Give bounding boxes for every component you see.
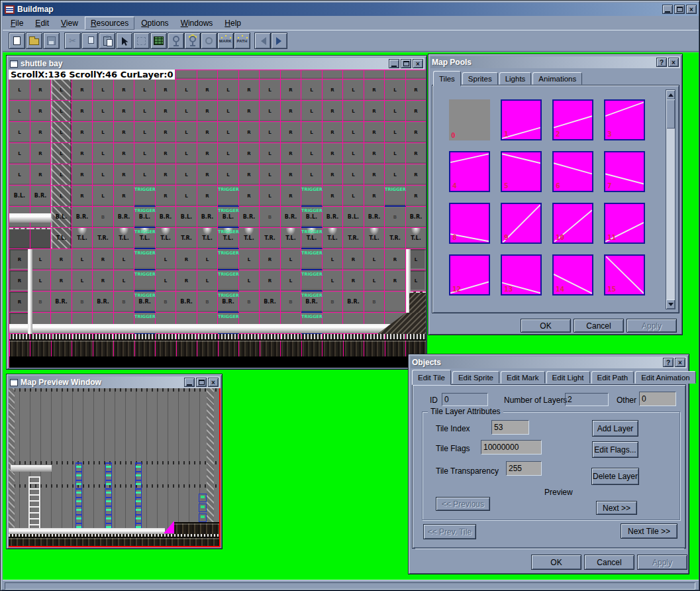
- map-cell[interactable]: R: [30, 164, 51, 186]
- tile-swatch-4[interactable]: 4: [449, 151, 490, 192]
- map-cell[interactable]: B.R.: [343, 292, 364, 313]
- tile-swatch-11[interactable]: 11: [604, 203, 645, 244]
- map-cell[interactable]: L: [281, 249, 301, 270]
- map-cell[interactable]: R: [114, 122, 134, 143]
- map-cell[interactable]: R: [156, 101, 176, 122]
- map-cell[interactable]: B.R.: [406, 207, 426, 228]
- map-cell[interactable]: [218, 70, 239, 80]
- map-cell[interactable]: L: [51, 143, 72, 164]
- map-cell[interactable]: L: [93, 122, 114, 143]
- menu-help[interactable]: Help: [219, 17, 246, 29]
- map-cell[interactable]: T.L.: [72, 228, 93, 249]
- map-cell[interactable]: R: [197, 101, 218, 122]
- map-cell[interactable]: R: [406, 101, 426, 122]
- cut-button[interactable]: ✂: [64, 32, 81, 49]
- map-cell[interactable]: R: [323, 80, 343, 101]
- map-cell[interactable]: L: [343, 186, 364, 207]
- close-button[interactable]: ×: [668, 58, 679, 67]
- id-field[interactable]: 0: [442, 393, 488, 406]
- tile-index-input[interactable]: 53: [491, 420, 529, 435]
- map-cell[interactable]: [301, 70, 323, 80]
- path-tool-button[interactable]: PATH: [234, 32, 250, 49]
- map-cell[interactable]: B: [30, 292, 51, 313]
- map-cell[interactable]: L: [72, 249, 93, 270]
- tile-swatch-5[interactable]: 5: [501, 151, 542, 192]
- map-cell[interactable]: L: [156, 270, 176, 292]
- map-cell[interactable]: TRIGGER: [218, 249, 239, 270]
- map-cell[interactable]: R: [260, 249, 281, 270]
- ok-button[interactable]: OK: [521, 319, 571, 333]
- map-cell[interactable]: [30, 228, 51, 249]
- map-cell[interactable]: B.R.: [93, 292, 114, 313]
- main-titlebar[interactable]: Buildmap ×: [3, 3, 699, 16]
- map-cell[interactable]: TRIGGER: [301, 249, 323, 270]
- map-cell[interactable]: T.L.: [197, 228, 218, 249]
- menu-options[interactable]: Options: [136, 17, 174, 29]
- map-cell[interactable]: R: [343, 270, 364, 292]
- map-cell[interactable]: T.L.: [239, 228, 260, 249]
- save-button[interactable]: [43, 32, 60, 49]
- map-cell[interactable]: R: [239, 186, 260, 207]
- map-cell[interactable]: B.R.: [156, 207, 176, 228]
- tab-edit-animation[interactable]: Edit Animation: [635, 371, 696, 384]
- map-cell[interactable]: R: [385, 249, 406, 270]
- tile-mode-button[interactable]: [150, 32, 167, 49]
- map-cell[interactable]: [9, 228, 30, 249]
- menu-view[interactable]: View: [56, 17, 83, 29]
- map-cell[interactable]: R: [72, 122, 93, 143]
- map-cell[interactable]: B: [72, 292, 93, 313]
- map-cell[interactable]: L: [176, 164, 197, 186]
- map-cell[interactable]: L: [301, 80, 323, 101]
- map-cell[interactable]: L: [134, 164, 156, 186]
- tile-swatch-9[interactable]: 9: [501, 203, 542, 244]
- map-cell[interactable]: B.L.: [343, 207, 364, 228]
- apply-button[interactable]: Apply: [626, 319, 677, 333]
- map-cell[interactable]: B.R.: [30, 186, 51, 207]
- map-cell[interactable]: L: [301, 122, 323, 143]
- map-cell[interactable]: B: [93, 207, 114, 228]
- map-cell[interactable]: R: [364, 122, 385, 143]
- map-cell[interactable]: T.R.: [385, 228, 406, 249]
- map-cell[interactable]: L: [9, 122, 30, 143]
- map-cell[interactable]: B: [260, 207, 281, 228]
- map-cell[interactable]: R: [197, 186, 218, 207]
- tile-swatch-1[interactable]: 1: [501, 99, 542, 140]
- tab-lights[interactable]: Lights: [499, 72, 532, 85]
- map-cell[interactable]: L: [218, 80, 239, 101]
- map-cell[interactable]: [176, 70, 197, 80]
- map-cell[interactable]: B: [156, 292, 176, 313]
- map-cell[interactable]: L: [281, 270, 301, 292]
- tab-tiles[interactable]: Tiles: [433, 71, 461, 86]
- map-cell[interactable]: L: [93, 80, 114, 101]
- map-cell[interactable]: R: [176, 270, 197, 292]
- map-cell[interactable]: B.L.: [51, 207, 72, 228]
- map-cell[interactable]: R: [239, 101, 260, 122]
- map-cell[interactable]: L: [93, 101, 114, 122]
- tile-swatch-13[interactable]: 13: [501, 254, 542, 296]
- map-cell[interactable]: T.L.: [281, 228, 301, 249]
- map-cell[interactable]: R: [343, 249, 364, 270]
- map-cell[interactable]: L: [385, 143, 406, 164]
- maximize-button[interactable]: [674, 5, 685, 14]
- delete-layer-button[interactable]: Delete Layer: [591, 468, 639, 485]
- map-cell[interactable]: [239, 70, 260, 80]
- map-cell[interactable]: T.R.: [343, 228, 364, 249]
- map-cell[interactable]: B: [385, 207, 406, 228]
- map-cell[interactable]: B: [281, 292, 301, 313]
- map-cell[interactable]: R: [72, 80, 93, 101]
- help-button[interactable]: ?: [663, 358, 674, 367]
- forward-button[interactable]: [271, 32, 287, 49]
- map-cell[interactable]: R: [72, 164, 93, 186]
- map-cell[interactable]: R: [364, 186, 385, 207]
- edit-flags-button[interactable]: Edit Flags...: [592, 441, 638, 458]
- tab-sprites[interactable]: Sprites: [462, 72, 498, 85]
- map-cell[interactable]: B: [239, 292, 260, 313]
- map-cell[interactable]: R: [323, 164, 343, 186]
- tile-swatch-10[interactable]: 10: [552, 203, 593, 244]
- tile-swatch-6[interactable]: 6: [552, 151, 593, 192]
- maximize-button[interactable]: [401, 59, 411, 68]
- map-cell[interactable]: TRIGGERT.L.: [218, 228, 239, 249]
- map-cell[interactable]: R: [197, 143, 218, 164]
- map-cell[interactable]: L: [9, 80, 30, 101]
- tile-swatch-3[interactable]: 3: [604, 99, 645, 140]
